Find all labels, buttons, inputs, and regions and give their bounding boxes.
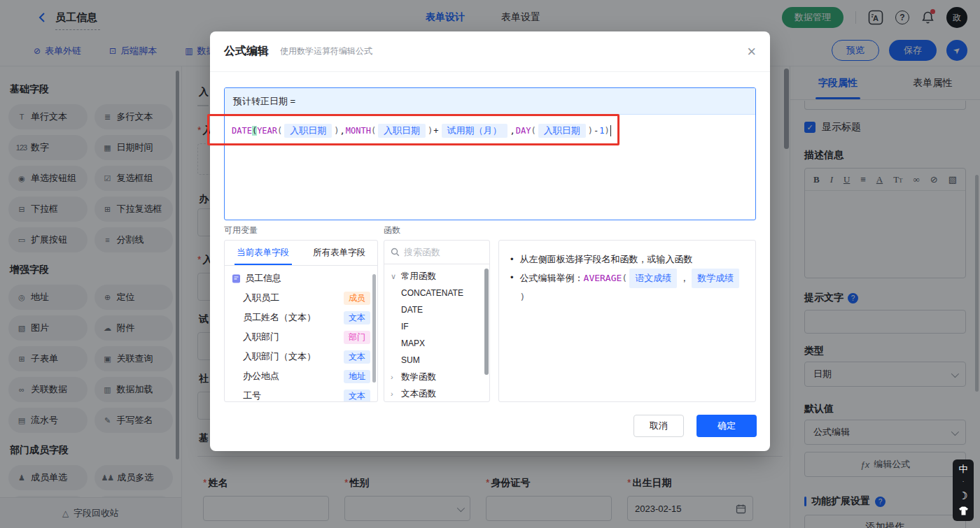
- variable-name: 工号: [243, 390, 261, 402]
- cancel-button[interactable]: 取消: [634, 415, 684, 437]
- variable-item[interactable]: 办公地点 地址: [225, 366, 377, 386]
- formula-token: ): [334, 126, 339, 136]
- dot-icon: ·: [962, 479, 965, 485]
- variables-panel: 当前表单字段 所有表单字段 员工信息 入职员工 成员 员工姓名（文本） 文本 入…: [224, 240, 378, 402]
- help-example: • 公式编辑举例： AVERAGE(语文成绩，数学成绩): [510, 269, 744, 306]
- form-root-item[interactable]: 员工信息: [225, 269, 377, 288]
- function-search-input[interactable]: [404, 247, 474, 257]
- function-group-label: 数学函数: [401, 371, 436, 383]
- variable-name: 入职部门（文本）: [243, 350, 316, 363]
- formula-target: 预计转正日期 =: [225, 88, 755, 115]
- formula-help-panel: • 从左侧面板选择字段名和函数，或输入函数 • 公式编辑举例： AVERAGE(…: [498, 240, 756, 402]
- function-item[interactable]: IF: [384, 318, 489, 335]
- document-icon: [232, 274, 241, 283]
- formula-token: ，: [679, 269, 690, 287]
- formula-token: (: [622, 269, 627, 287]
- formula-token: MONTH: [346, 126, 371, 136]
- chevron-right-icon: ›: [391, 390, 397, 398]
- tab-current-form-fields[interactable]: 当前表单字段: [225, 241, 301, 265]
- variable-item[interactable]: 入职部门（文本） 文本: [225, 347, 377, 366]
- variables-list: 员工信息 入职员工 成员 员工姓名（文本） 文本 入职部门 部门 入职部门（文本…: [225, 266, 377, 402]
- function-item[interactable]: DATE: [384, 301, 489, 318]
- formula-token: ,: [510, 126, 516, 136]
- functions-panel: ∨ 常用函数 CONCATENATEDATEIFMAPXSUM › 数学函数 ›…: [384, 240, 490, 402]
- formula-token: [610, 125, 612, 136]
- function-group-common[interactable]: ∨ 常用函数: [384, 268, 489, 285]
- formula-token: (: [277, 126, 282, 136]
- function-item[interactable]: SUM: [384, 352, 489, 369]
- variable-type-badge: 地址: [344, 370, 370, 383]
- formula-token: 试用期（月）: [442, 124, 507, 138]
- modal-title: 公式编辑: [224, 44, 269, 59]
- formula-token: DAY: [516, 126, 531, 136]
- functions-label: 函数: [384, 224, 400, 236]
- dark-mode-icon[interactable]: ☽: [958, 490, 967, 501]
- variable-name: 办公地点: [243, 370, 279, 383]
- function-tree: ∨ 常用函数 CONCATENATEDATEIFMAPXSUM › 数学函数 ›…: [384, 264, 489, 402]
- formula-token: -: [593, 126, 599, 136]
- formula-token: ): [520, 288, 526, 306]
- formula-token: 1: [599, 126, 604, 136]
- tab-all-form-fields[interactable]: 所有表单字段: [301, 241, 377, 265]
- variable-type-badge: 文本: [344, 350, 370, 364]
- search-icon: [391, 248, 400, 257]
- function-group-label: 常用函数: [401, 271, 436, 283]
- formula-token: ): [588, 126, 593, 136]
- modal-subtitle: 使用数学运算符编辑公式: [280, 45, 372, 57]
- available-variables-label: 可用变量: [224, 224, 258, 236]
- formula-token: AVERAGE: [584, 269, 622, 287]
- formula-token: 数学成绩: [692, 269, 739, 288]
- bullet-icon: •: [510, 269, 514, 287]
- variable-item[interactable]: 员工姓名（文本） 文本: [225, 308, 377, 327]
- formula-token: (: [371, 126, 376, 136]
- form-root-label: 员工信息: [245, 272, 281, 285]
- variable-type-badge: 文本: [344, 390, 370, 403]
- formula-token: ): [604, 126, 609, 136]
- formula-token: DATE: [232, 126, 252, 136]
- function-item[interactable]: CONCATENATE: [384, 285, 489, 301]
- variables-tabs: 当前表单字段 所有表单字段: [225, 241, 377, 266]
- chevron-down-icon: ∨: [391, 272, 397, 281]
- function-group-label: 文本函数: [401, 388, 436, 400]
- formula-token: 入职日期: [538, 124, 586, 138]
- chevron-right-icon: ›: [391, 373, 397, 381]
- theme-shirt-icon[interactable]: [958, 506, 969, 515]
- formula-token: +: [433, 126, 439, 136]
- functions-scrollbar[interactable]: [484, 269, 489, 375]
- help-tip: • 从左侧面板选择字段名和函数，或输入函数: [510, 250, 744, 269]
- screen: 员工信息 表单设计 表单设置 数据管理 A ? 政 ⊘ 表单外: [0, 0, 980, 528]
- formula-token: 语文成绩: [629, 269, 677, 288]
- formula-token: ): [428, 126, 433, 136]
- variable-type-badge: 部门: [344, 331, 370, 344]
- variable-type-badge: 成员: [344, 292, 370, 305]
- language-toggle[interactable]: 中: [959, 464, 968, 473]
- variable-name: 员工姓名（文本）: [243, 311, 316, 324]
- function-search: [384, 241, 489, 264]
- formula-token: 入职日期: [378, 124, 426, 138]
- variable-item[interactable]: 入职部门 部门: [225, 327, 377, 347]
- floating-toolbar: 中 · ☽: [953, 459, 974, 521]
- function-item[interactable]: MAPX: [384, 335, 489, 352]
- function-group[interactable]: › 文本函数: [384, 385, 489, 402]
- variable-name: 入职部门: [243, 331, 279, 343]
- bullet-icon: •: [510, 250, 514, 269]
- formula-editor: 预计转正日期 = DATE(YEAR(入职日期),MONTH(入职日期)+试用期…: [224, 87, 756, 220]
- help-example-prefix: 公式编辑举例：: [520, 269, 584, 287]
- formula-edit-modal: 公式编辑 使用数学运算符编辑公式 × 预计转正日期 = DATE(YEAR(入职…: [210, 31, 770, 451]
- formula-token: 入职日期: [284, 124, 332, 138]
- close-icon[interactable]: ×: [747, 44, 756, 59]
- formula-input-area[interactable]: DATE(YEAR(入职日期),MONTH(入职日期)+试用期（月）,DAY(入…: [225, 115, 755, 147]
- help-example-tokens: 公式编辑举例： AVERAGE(语文成绩，数学成绩): [520, 269, 744, 306]
- variables-scrollbar[interactable]: [372, 274, 376, 383]
- formula-token: (: [252, 126, 257, 136]
- variable-item[interactable]: 工号 文本: [225, 386, 377, 402]
- confirm-button[interactable]: 确定: [696, 415, 757, 437]
- function-group[interactable]: › 数学函数: [384, 369, 489, 385]
- variable-type-badge: 文本: [344, 311, 370, 324]
- formula-token: (: [531, 126, 536, 136]
- formula-token: YEAR: [257, 126, 277, 136]
- variable-name: 入职员工: [243, 292, 279, 304]
- variable-item[interactable]: 入职员工 成员: [225, 288, 377, 308]
- help-tip-text: 从左侧面板选择字段名和函数，或输入函数: [520, 250, 693, 269]
- formula-token: ,: [340, 126, 346, 136]
